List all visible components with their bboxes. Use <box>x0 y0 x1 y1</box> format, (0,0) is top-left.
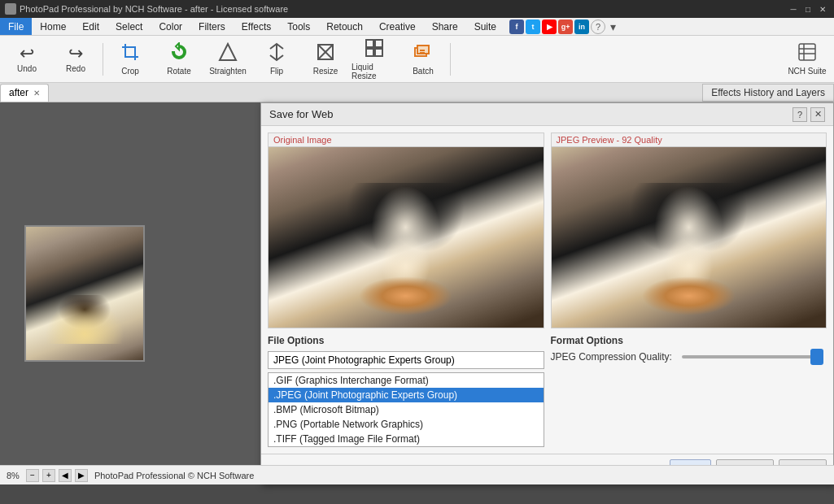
preview-row: Original Image JPEG Preview - 92 Quality <box>268 133 827 328</box>
original-preview <box>269 147 544 328</box>
tab-close-icon[interactable]: ✕ <box>33 89 40 98</box>
menu-home[interactable]: Home <box>32 18 74 35</box>
help-button[interactable]: ? <box>591 20 605 34</box>
crop-icon <box>120 42 140 65</box>
menu-effects[interactable]: Effects <box>234 18 279 35</box>
nch-suite-label: NCH Suite <box>788 67 826 76</box>
menu-filters[interactable]: Filters <box>190 18 234 35</box>
zoom-in-button[interactable]: + <box>42 469 55 482</box>
zoom-scroll-right[interactable]: ▶ <box>75 469 88 482</box>
menu-suite[interactable]: Suite <box>466 18 504 35</box>
dropdown-jpeg[interactable]: .JPEG (Joint Photographic Experts Group) <box>269 388 544 402</box>
jpeg-dog-image <box>552 147 827 328</box>
straighten-button[interactable]: Straighten <box>204 38 251 80</box>
social-icons: f t ▶ g+ in ? ▾ <box>509 18 616 35</box>
nch-suite-button[interactable]: NCH Suite <box>784 38 831 80</box>
file-options-section: File Options JPEG (Joint Photographic Ex… <box>268 335 544 447</box>
tab-after-label: after <box>9 87 28 98</box>
menu-tools[interactable]: Tools <box>279 18 318 35</box>
file-options-label: File Options <box>268 335 544 346</box>
save-for-web-dialog: Save for Web ? ✕ Original Image <box>260 102 834 484</box>
title-bar: PhotoPad Professional by NCH Software - … <box>0 0 834 18</box>
googleplus-icon[interactable]: g+ <box>558 20 573 34</box>
format-options-section: Format Options JPEG Compression Quality: <box>551 335 827 447</box>
facebook-icon[interactable]: f <box>509 20 524 34</box>
tab-after[interactable]: after ✕ <box>0 84 49 102</box>
flip-label: Flip <box>270 67 283 76</box>
menu-file[interactable]: File <box>0 18 32 35</box>
twitter-icon[interactable]: t <box>526 20 540 34</box>
zoom-level: 8% <box>7 471 20 480</box>
youtube-icon[interactable]: ▶ <box>542 20 557 34</box>
batch-button[interactable]: Batch <box>400 38 447 80</box>
format-select[interactable]: JPEG (Joint Photographic Experts Group) … <box>268 351 544 369</box>
menu-edit[interactable]: Edit <box>74 18 107 35</box>
resize-button[interactable]: Resize <box>302 38 349 80</box>
menu-color[interactable]: Color <box>151 18 190 35</box>
toolbar: ↩ Undo ↪ Redo Crop Rotate Straighten <box>0 36 834 83</box>
main-area: Save for Web ? ✕ Original Image <box>0 102 834 484</box>
liquid-resize-button[interactable]: Liquid Resize <box>351 38 398 80</box>
dropdown-arrow-icon[interactable]: ▾ <box>610 20 616 33</box>
straighten-icon <box>218 42 238 65</box>
redo-button[interactable]: ↪ Redo <box>52 38 99 80</box>
maximize-button[interactable]: □ <box>801 2 814 15</box>
effects-history-panel[interactable]: Effects History and Layers <box>702 84 834 102</box>
nch-suite-icon <box>797 42 817 65</box>
rotate-button[interactable]: Rotate <box>155 38 203 80</box>
close-button[interactable]: ✕ <box>816 2 829 15</box>
dog-mouth-overlay <box>351 273 461 319</box>
separator-1 <box>103 43 103 76</box>
format-dropdown-list: .GIF (Graphics Interchange Format) .JPEG… <box>268 372 544 447</box>
svg-rect-13 <box>799 44 815 60</box>
window-controls[interactable]: ─ □ ✕ <box>787 2 829 15</box>
undo-button[interactable]: ↩ Undo <box>3 38 50 80</box>
menu-creative[interactable]: Creative <box>371 18 424 35</box>
flip-icon <box>267 42 286 65</box>
flip-button[interactable]: Flip <box>253 38 300 80</box>
rotate-label: Rotate <box>167 67 190 76</box>
crop-button[interactable]: Crop <box>107 38 154 80</box>
menu-share[interactable]: Share <box>424 18 466 35</box>
dialog-title: Save for Web <box>269 108 334 120</box>
menu-retouch[interactable]: Retouch <box>318 18 371 35</box>
zoom-out-button[interactable]: − <box>26 469 39 482</box>
rotate-icon <box>169 42 189 65</box>
dropdown-png[interactable]: .PNG (Portable Network Graphics) <box>269 417 544 432</box>
jpeg-preview-panel: JPEG Preview - 92 Quality <box>551 133 827 328</box>
dropdown-gif[interactable]: .GIF (Graphics Interchange Format) <box>269 373 544 388</box>
quality-slider[interactable] <box>682 355 823 358</box>
linkedin-icon[interactable]: in <box>574 20 589 34</box>
dropdown-tiff[interactable]: .TIFF (Tagged Image File Format) <box>269 432 544 446</box>
menu-select[interactable]: Select <box>107 18 151 35</box>
dialog-close-button[interactable]: ✕ <box>810 107 825 122</box>
dialog-content: Original Image JPEG Preview - 92 Quality <box>261 126 833 454</box>
dialog-help-button[interactable]: ? <box>793 107 807 122</box>
batch-label: Batch <box>413 67 434 76</box>
svg-marker-0 <box>220 44 236 60</box>
original-image-label: Original Image <box>269 133 544 147</box>
zoom-scroll-left[interactable]: ◀ <box>59 469 72 482</box>
dialog-controls[interactable]: ? ✕ <box>793 107 825 122</box>
undo-icon: ↩ <box>20 45 34 63</box>
redo-icon: ↪ <box>68 45 83 63</box>
compression-quality-area: JPEG Compression Quality: <box>551 351 827 363</box>
crop-label: Crop <box>121 67 139 76</box>
dialog-bottom: File Options JPEG (Joint Photographic Ex… <box>268 335 827 447</box>
dropdown-bmp[interactable]: .BMP (Microsoft Bitmap) <box>269 402 544 417</box>
liquid-resize-icon <box>365 38 384 61</box>
menu-bar: File Home Edit Select Color Filters Effe… <box>0 18 834 36</box>
jpeg-preview-label: JPEG Preview - 92 Quality <box>552 133 827 147</box>
compression-label: JPEG Compression Quality: <box>551 351 672 363</box>
svg-rect-8 <box>375 49 382 56</box>
zoom-controls[interactable]: − + ◀ ▶ <box>26 469 88 482</box>
batch-icon <box>413 42 433 65</box>
slider-thumb[interactable] <box>810 349 823 365</box>
copyright-text: PhotoPad Professional © NCH Software <box>94 471 254 480</box>
original-dog-image <box>269 147 544 328</box>
dialog-titlebar: Save for Web ? ✕ <box>261 103 833 126</box>
effects-panel-label: Effects History and Layers <box>711 87 825 98</box>
jpeg-preview <box>552 147 827 328</box>
minimize-button[interactable]: ─ <box>787 2 800 15</box>
format-select-wrapper[interactable]: JPEG (Joint Photographic Experts Group) … <box>268 351 544 369</box>
